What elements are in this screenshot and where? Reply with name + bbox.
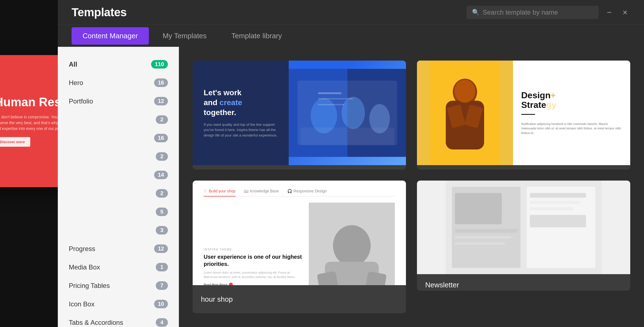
template-name-shop: hour shop: [201, 295, 233, 304]
sidebar-item-tabs-accordions-label: Tabs & Accordions: [69, 319, 123, 326]
search-input[interactable]: [483, 9, 593, 16]
tab-content-manager[interactable]: Content Manager: [72, 27, 149, 45]
template-card-hero2-footer: Hero 2 Add: [417, 165, 630, 170]
sidebar-item-icon-box[interactable]: Icon Box 10: [58, 295, 179, 313]
svg-rect-31: [455, 242, 505, 245]
sidebar: All 110 Hero 16 Portfolio 12 2 16: [58, 47, 179, 327]
shop-cta: Read More About: [204, 283, 303, 285]
svg-rect-7: [318, 92, 341, 94]
sidebar-item-tabs-accordions-badge: 4: [156, 318, 168, 327]
template-card-newsletter-footer: Newsletter: [417, 274, 630, 291]
svg-rect-24: [530, 193, 586, 198]
header-controls: 🔍 − ×: [466, 6, 630, 19]
sidebar-item-cat5[interactable]: 2: [58, 147, 179, 166]
svg-point-4: [342, 97, 365, 129]
svg-rect-30: [455, 236, 511, 239]
sidebar-item-media-box-label: Media Box: [69, 263, 100, 271]
template-card-shop[interactable]: ♡ Build your shop 📖 Knowledge Base 🎧 Res…: [193, 181, 406, 313]
svg-rect-25: [530, 201, 580, 204]
svg-rect-8: [318, 98, 353, 99]
shop-desc: Lorem ipsum dolor sit amet, consectetur …: [204, 270, 303, 279]
svg-point-13: [454, 80, 475, 103]
hero2-heading: Design+Strategy: [521, 91, 622, 110]
template-preview-newsletter: [417, 181, 630, 274]
sidebar-item-cat8-badge: 5: [156, 208, 168, 216]
hero2-divider: [521, 114, 535, 115]
sidebar-item-cat6[interactable]: 14: [58, 166, 179, 184]
sidebar-item-pricing-tables[interactable]: Pricing Tables 7: [58, 276, 179, 295]
sidebar-item-tabs-accordions[interactable]: Tabs & Accordions 4: [58, 313, 179, 327]
sidebar-item-cat5-badge: 2: [156, 152, 168, 161]
template-preview-hero1: Let's workand createtogether. If you wan…: [193, 61, 406, 165]
sidebar-item-all-label: All: [69, 61, 77, 68]
sidebar-item-icon-box-badge: 10: [154, 300, 168, 308]
template-card-hero2[interactable]: Design+Strategy Notification adipiscing …: [417, 61, 630, 170]
hero1-body: If you want quality and top of the line …: [204, 122, 278, 138]
shop-brand: INSPIRA THEME: [204, 248, 303, 251]
template-card-hero1-footer: Hero 1 Add: [193, 165, 406, 170]
sidebar-item-cat8[interactable]: 5: [58, 203, 179, 221]
hr-discover-button[interactable]: Discover more: [0, 137, 30, 147]
shop-tab-responsive: 🎧 Responsive Design: [287, 189, 327, 193]
dialog-title: Templates: [72, 6, 127, 19]
sidebar-item-media-box[interactable]: Media Box 1: [58, 258, 179, 276]
svg-rect-6: [300, 127, 394, 145]
tab-template-library[interactable]: Template library: [220, 27, 293, 45]
sidebar-item-hero[interactable]: Hero 16: [58, 73, 179, 92]
svg-point-17: [333, 225, 371, 266]
svg-rect-9: [318, 104, 344, 105]
sidebar-item-all[interactable]: All 110: [58, 55, 179, 73]
sidebar-item-progress[interactable]: Progress 12: [58, 239, 179, 258]
sidebar-item-portfolio-label: Portfolio: [69, 97, 93, 105]
sidebar-item-cat7[interactable]: 2: [58, 184, 179, 203]
svg-rect-27: [530, 215, 586, 227]
sidebar-item-hero-badge: 16: [154, 78, 168, 87]
sidebar-item-cat3[interactable]: 2: [58, 110, 179, 129]
sidebar-item-icon-box-label: Icon Box: [69, 300, 94, 308]
svg-rect-28: [455, 193, 502, 224]
shop-tab-build: ♡ Build your shop: [204, 189, 236, 197]
hero1-office-photo: [289, 61, 406, 165]
search-container: 🔍: [466, 6, 599, 19]
hero2-body: Notification adipiscing hendrerit a nibh…: [521, 122, 622, 135]
sidebar-item-pricing-tables-label: Pricing Tables: [69, 282, 110, 290]
svg-rect-26: [530, 207, 574, 210]
search-icon: 🔍: [472, 9, 479, 16]
template-preview-shop: ♡ Build your shop 📖 Knowledge Base 🎧 Res…: [193, 181, 406, 285]
template-card-shop-footer: hour shop Add: [193, 285, 406, 313]
dialog-header: Templates 🔍 − ×: [58, 0, 644, 25]
templates-dialog: Templates 🔍 − × Content Manager My Templ…: [58, 0, 644, 327]
template-name-newsletter: Newsletter: [425, 281, 459, 289]
sidebar-item-progress-label: Progress: [69, 245, 95, 253]
sidebar-item-portfolio[interactable]: Portfolio 12: [58, 92, 179, 110]
sidebar-item-cat9[interactable]: 3: [58, 221, 179, 239]
sidebar-item-cat6-badge: 14: [154, 171, 168, 179]
close-button[interactable]: ×: [620, 7, 630, 18]
minimize-button[interactable]: −: [604, 7, 615, 18]
shop-title: User experience is one of our highest pr…: [204, 253, 303, 268]
template-card-hero1[interactable]: Let's workand createtogether. If you wan…: [193, 61, 406, 170]
sidebar-item-cat4[interactable]: 16: [58, 129, 179, 147]
templates-grid: Let's workand createtogether. If you wan…: [179, 47, 644, 327]
sidebar-item-cat4-badge: 16: [154, 134, 168, 142]
template-card-newsletter[interactable]: Newsletter: [417, 181, 630, 291]
tabs-bar: Content Manager My Templates Template li…: [58, 25, 644, 47]
tab-my-templates[interactable]: My Templates: [152, 27, 218, 45]
sidebar-item-progress-badge: 12: [154, 244, 168, 253]
hero2-man-photo: [417, 61, 513, 165]
template-preview-hero2: Design+Strategy Notification adipiscing …: [417, 61, 630, 165]
sidebar-item-cat3-badge: 2: [156, 115, 168, 124]
sidebar-item-portfolio-badge: 12: [154, 97, 168, 105]
sidebar-item-cat9-badge: 3: [156, 226, 168, 235]
sidebar-item-media-box-badge: 1: [156, 263, 168, 271]
hero1-heading: Let's workand createtogether.: [204, 88, 278, 118]
shop-tab-knowledge: 📖 Knowledge Base: [244, 189, 279, 193]
sidebar-item-cat7-badge: 2: [156, 189, 168, 198]
sidebar-item-all-badge: 110: [151, 60, 168, 69]
svg-rect-29: [455, 229, 517, 233]
sidebar-item-hero-label: Hero: [69, 79, 83, 87]
content-area: All 110 Hero 16 Portfolio 12 2 16: [58, 47, 644, 327]
sidebar-item-pricing-tables-badge: 7: [156, 281, 168, 290]
